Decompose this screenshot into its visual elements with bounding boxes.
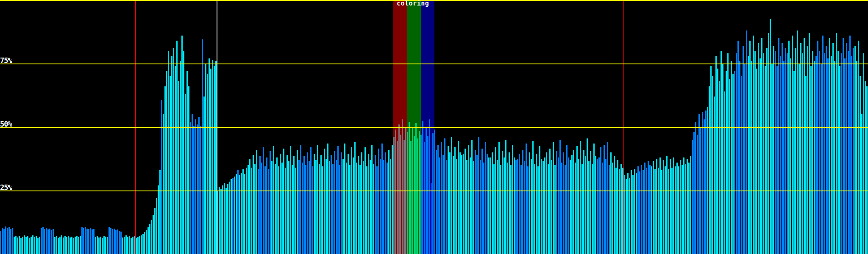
bar xyxy=(602,163,603,254)
bar xyxy=(639,171,640,254)
bar xyxy=(658,168,659,254)
bar xyxy=(678,166,679,254)
bar xyxy=(366,166,367,254)
bar xyxy=(853,48,854,254)
bar xyxy=(356,163,357,254)
bar xyxy=(654,169,656,254)
bar xyxy=(856,61,857,254)
bar xyxy=(837,51,839,254)
bar xyxy=(17,237,18,254)
bar xyxy=(598,157,600,254)
bar xyxy=(536,154,537,254)
bar xyxy=(697,135,698,254)
bar xyxy=(834,61,835,254)
bar xyxy=(676,163,678,254)
bar xyxy=(539,146,540,254)
bar xyxy=(858,41,859,254)
bar xyxy=(271,161,273,254)
bar xyxy=(141,235,142,254)
bar xyxy=(370,160,371,254)
bar xyxy=(39,237,40,254)
bar xyxy=(305,165,306,254)
bar xyxy=(827,58,829,254)
bar xyxy=(587,138,588,254)
bar xyxy=(158,185,159,254)
bar xyxy=(327,144,328,254)
bar xyxy=(351,147,352,254)
bar xyxy=(12,228,13,254)
bar xyxy=(615,168,617,254)
bar xyxy=(342,159,344,254)
bar xyxy=(358,156,359,254)
usage-chart[interactable]: 75% 50% 25% coloring xyxy=(0,0,868,254)
bar xyxy=(119,231,120,254)
bar xyxy=(331,155,332,254)
bar xyxy=(722,64,723,254)
bar xyxy=(458,141,459,254)
bar xyxy=(275,164,276,254)
bar xyxy=(817,41,818,254)
bar xyxy=(307,152,308,254)
bar xyxy=(468,145,469,254)
gridline-75 xyxy=(0,64,868,64)
bar xyxy=(580,141,581,254)
bar xyxy=(527,166,529,254)
bar xyxy=(688,163,690,254)
bar xyxy=(851,56,852,254)
bar xyxy=(741,76,742,254)
bar xyxy=(668,169,669,254)
bar xyxy=(687,159,688,254)
bar xyxy=(771,64,773,254)
bar xyxy=(780,56,781,254)
bar xyxy=(637,166,639,254)
bar xyxy=(298,160,300,254)
bar xyxy=(71,237,72,254)
bar xyxy=(181,36,183,254)
bar xyxy=(526,144,527,254)
bar xyxy=(600,147,601,254)
bar xyxy=(524,161,525,254)
bar xyxy=(682,165,683,254)
bar xyxy=(168,51,169,254)
y-axis-label-50: 50% xyxy=(0,121,12,127)
bar xyxy=(715,56,717,254)
bar xyxy=(205,64,206,254)
bar xyxy=(666,156,668,254)
bar xyxy=(471,140,473,254)
bar xyxy=(466,160,467,254)
bar xyxy=(514,157,515,254)
bar xyxy=(748,56,749,254)
bar xyxy=(841,53,842,254)
bar xyxy=(788,41,790,254)
bar xyxy=(551,160,552,254)
bar xyxy=(542,161,544,254)
bar xyxy=(209,58,210,254)
bar xyxy=(153,215,154,254)
bar xyxy=(103,236,105,254)
bar xyxy=(278,166,279,254)
bar xyxy=(437,145,439,254)
bar xyxy=(805,76,807,254)
bar xyxy=(463,154,464,254)
bar xyxy=(500,165,501,254)
bar xyxy=(444,138,445,254)
bar xyxy=(151,220,152,254)
bar xyxy=(685,164,686,254)
bar xyxy=(0,231,1,254)
bar xyxy=(344,144,345,254)
bar xyxy=(95,237,96,254)
bar xyxy=(843,38,844,254)
bar xyxy=(863,53,864,254)
bar xyxy=(341,152,342,254)
bar xyxy=(225,188,227,254)
bar xyxy=(727,53,729,254)
bar xyxy=(675,166,676,254)
bar xyxy=(236,174,237,254)
bar xyxy=(717,69,718,254)
bar xyxy=(619,169,620,254)
bar xyxy=(629,178,630,254)
bar xyxy=(507,163,508,254)
bar xyxy=(712,76,713,254)
bar xyxy=(378,149,379,254)
bar xyxy=(559,140,561,254)
